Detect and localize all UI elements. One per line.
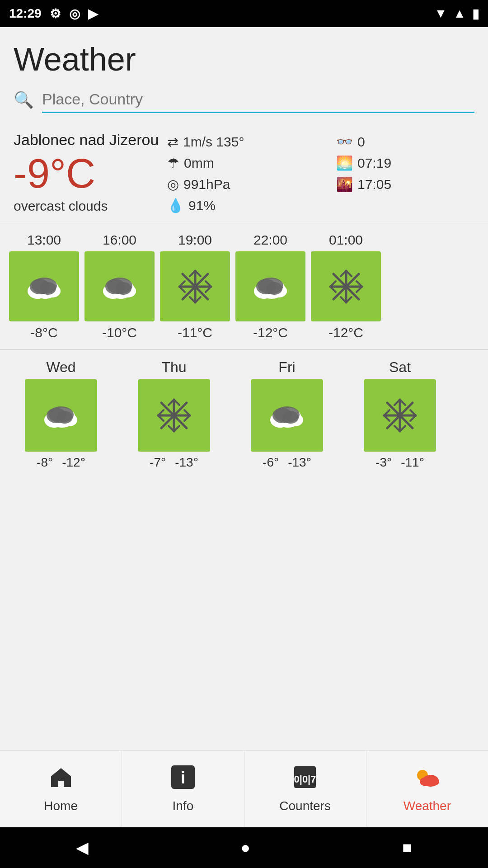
svg-text:i: i bbox=[181, 769, 185, 787]
current-weather-left: Jablonec nad Jizerou -9°C overcast cloud… bbox=[14, 131, 167, 214]
hourly-item: 22:00 -12°C bbox=[235, 232, 305, 340]
nav-item-weather[interactable]: Weather bbox=[366, 751, 488, 827]
pressure-value: 991hPa bbox=[183, 177, 230, 192]
hourly-icon-box bbox=[235, 251, 305, 321]
svg-marker-78 bbox=[51, 768, 71, 787]
nav-item-info[interactable]: i Info bbox=[122, 751, 244, 827]
hourly-icon-box bbox=[84, 251, 155, 321]
target-icon: ◎ bbox=[69, 6, 80, 21]
pressure-icon: ◎ bbox=[167, 176, 179, 192]
hourly-item: 01:00 -12°C bbox=[311, 232, 381, 340]
status-time: 12:29 bbox=[9, 6, 42, 21]
current-temperature: -9°C bbox=[14, 153, 167, 194]
search-input[interactable] bbox=[42, 87, 474, 113]
pressure-detail: ◎ 991hPa bbox=[167, 176, 336, 192]
hourly-temp: -10°C bbox=[102, 325, 137, 340]
hourly-item: 13:00 -8°C bbox=[9, 232, 79, 340]
day-label: Wed bbox=[46, 359, 75, 376]
sunrise-value: 07:19 bbox=[357, 156, 391, 171]
daily-low: -7° bbox=[150, 455, 166, 470]
daily-high: -13° bbox=[288, 455, 311, 470]
humidity-icon: 💧 bbox=[167, 198, 184, 213]
hourly-temp: -12°C bbox=[253, 325, 288, 340]
current-weather-middle: ⇄ 1m/s 135° ☂ 0mm ◎ 991hPa 💧 91% bbox=[167, 131, 336, 214]
hourly-item: 19:00 -11°C bbox=[160, 232, 230, 340]
search-icon: 🔍 bbox=[14, 90, 34, 109]
counters-nav-icon: 0|0|7 bbox=[293, 765, 317, 794]
daily-temps: -6° -13° bbox=[263, 455, 311, 470]
hourly-temp: -11°C bbox=[178, 325, 212, 340]
day-label: Sat bbox=[389, 359, 411, 376]
back-button[interactable]: ◀ bbox=[76, 838, 89, 857]
daily-icon-box bbox=[251, 379, 323, 452]
hourly-icon-box bbox=[9, 251, 79, 321]
daily-low: -8° bbox=[37, 455, 53, 470]
daily-temps: -8° -12° bbox=[37, 455, 85, 470]
wifi-icon: ▼ bbox=[435, 6, 447, 21]
daily-icon-box bbox=[364, 379, 436, 452]
wind-value: 1m/s 135° bbox=[183, 134, 244, 150]
hour-label: 01:00 bbox=[329, 232, 363, 248]
current-weather-right: 👓 0 🌅 07:19 🌇 17:05 bbox=[336, 131, 474, 214]
hourly-scroll[interactable]: 13:00 -8°C 16:00 -10°C 19:00 bbox=[9, 232, 488, 345]
day-label: Fri bbox=[278, 359, 295, 376]
hour-label: 13:00 bbox=[27, 232, 61, 248]
weather-condition: overcast clouds bbox=[14, 198, 167, 214]
status-bar: 12:29 ⚙ ◎ ▶ ▼ ▲ ▮ bbox=[0, 0, 488, 27]
daily-temps: -3° -11° bbox=[375, 455, 424, 470]
daily-temps: -7° -13° bbox=[150, 455, 198, 470]
info-nav-label: Info bbox=[173, 799, 194, 813]
rain-value: 0mm bbox=[184, 156, 214, 171]
uv-value: 0 bbox=[357, 134, 365, 150]
sunrise-icon: 🌅 bbox=[336, 155, 353, 171]
hourly-temp: -12°C bbox=[328, 325, 363, 340]
home-button[interactable]: ● bbox=[240, 838, 250, 857]
play-icon: ▶ bbox=[88, 6, 98, 21]
daily-item: Sat -3° -11° bbox=[348, 359, 452, 470]
sunset-detail: 🌇 17:05 bbox=[336, 176, 474, 192]
rain-detail: ☂ 0mm bbox=[167, 155, 336, 171]
counters-nav-label: Counters bbox=[279, 799, 331, 813]
hourly-icon-box bbox=[160, 251, 230, 321]
nav-item-home[interactable]: Home bbox=[0, 751, 122, 827]
svg-point-5 bbox=[32, 278, 57, 294]
daily-high: -13° bbox=[175, 455, 198, 470]
hourly-temp: -8°C bbox=[30, 325, 57, 340]
search-container: 🔍 bbox=[0, 82, 488, 122]
app-title: Weather bbox=[0, 27, 488, 82]
hour-label: 19:00 bbox=[178, 232, 212, 248]
svg-point-11 bbox=[107, 278, 132, 294]
daily-icon-box bbox=[138, 379, 210, 452]
weather-nav-label: Weather bbox=[404, 799, 451, 813]
daily-low: -6° bbox=[263, 455, 279, 470]
svg-text:0|0|7: 0|0|7 bbox=[294, 774, 316, 785]
sunrise-detail: 🌅 07:19 bbox=[336, 155, 474, 171]
daily-high: -12° bbox=[62, 455, 85, 470]
wind-detail: ⇄ 1m/s 135° bbox=[167, 134, 336, 150]
hourly-item: 16:00 -10°C bbox=[84, 232, 155, 340]
sunset-value: 17:05 bbox=[357, 177, 391, 192]
city-name: Jablonec nad Jizerou bbox=[14, 131, 167, 149]
daily-icon-box bbox=[25, 379, 97, 452]
rain-icon: ☂ bbox=[167, 155, 179, 171]
current-weather-section: Jablonec nad Jizerou -9°C overcast cloud… bbox=[0, 122, 488, 223]
signal-icon: ▲ bbox=[453, 6, 466, 21]
daily-row: Wed -8° -12° Thu bbox=[9, 359, 479, 470]
system-nav-bar: ◀ ● ■ bbox=[0, 827, 488, 868]
hourly-section: 13:00 -8°C 16:00 -10°C 19:00 bbox=[0, 223, 488, 350]
nav-item-counters[interactable]: 0|0|7 Counters bbox=[244, 751, 366, 827]
day-label: Thu bbox=[161, 359, 186, 376]
recents-button[interactable]: ■ bbox=[402, 838, 412, 857]
daily-item: Wed -8° -12° bbox=[9, 359, 113, 470]
humidity-detail: 💧 91% bbox=[167, 198, 336, 213]
info-nav-icon: i bbox=[171, 765, 195, 794]
home-nav-label: Home bbox=[44, 799, 78, 813]
hour-label: 22:00 bbox=[253, 232, 287, 248]
humidity-value: 91% bbox=[188, 198, 216, 213]
weather-nav-icon bbox=[413, 765, 441, 794]
daily-item: Fri -6° -13° bbox=[235, 359, 339, 470]
svg-point-86 bbox=[428, 778, 439, 786]
daily-high: -11° bbox=[401, 455, 424, 470]
battery-icon: ▮ bbox=[472, 6, 479, 21]
settings-icon: ⚙ bbox=[50, 6, 61, 21]
